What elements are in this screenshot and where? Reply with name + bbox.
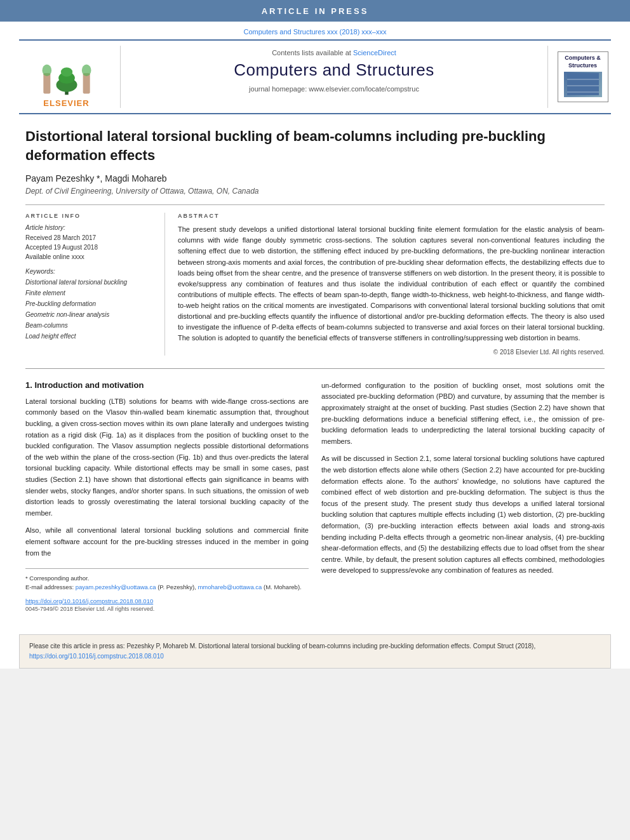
elsevier-logo-area: ELSEVIER	[19, 46, 121, 108]
right-logo-svg-icon	[567, 73, 599, 95]
paper-title: Distortional lateral torsional buckling …	[25, 127, 605, 164]
body-para-right-1: un-deformed configuration to the positio…	[321, 380, 605, 448]
authors-text: Payam Pezeshky *, Magdi Mohareb	[25, 173, 167, 183]
article-info-label: ARTICLE INFO	[25, 213, 155, 219]
svg-point-7	[81, 65, 91, 76]
article-info-col: ARTICLE INFO Article history: Received 2…	[25, 213, 165, 356]
abstract-label: ABSTRACT	[178, 213, 605, 219]
footnote-email1-link[interactable]: payam.pezeshky@uottawa.ca	[76, 583, 158, 590]
abstract-copyright: © 2018 Elsevier Ltd. All rights reserved…	[178, 349, 605, 356]
logo-image	[29, 46, 105, 97]
journal-title: Computers and Structures	[127, 60, 541, 80]
affiliation: Dept. of Civil Engineering, University o…	[25, 187, 605, 196]
citation-text: Please cite this article in press as: Pe…	[29, 641, 601, 662]
article-history: Article history: Received 28 March 2017 …	[25, 224, 155, 262]
elsevier-wordmark: ELSEVIER	[29, 98, 105, 108]
svg-rect-5	[83, 73, 90, 93]
svg-rect-4	[43, 73, 50, 93]
footnote-email2-link[interactable]: mmohareb@uottawa.ca	[198, 583, 264, 590]
journal-ref-line: Computers and Structures xxx (2018) xxx–…	[0, 22, 630, 39]
keyword-2: Finite element	[25, 288, 155, 298]
body-content: 1. Introduction and motivation Lateral t…	[25, 380, 605, 612]
body-divider	[25, 368, 605, 369]
contents-available: Contents lists available at ScienceDirec…	[127, 49, 541, 57]
body-col-right: un-deformed configuration to the positio…	[321, 380, 605, 612]
citation-bar: Please cite this article in press as: Pe…	[19, 634, 611, 669]
banner-text: ARTICLE IN PRESS	[262, 6, 369, 16]
article-info-abstract-section: ARTICLE INFO Article history: Received 2…	[25, 204, 605, 356]
journal-header: ELSEVIER Contents lists available at Sci…	[19, 39, 611, 114]
doi-link[interactable]: https://doi.org/10.1016/j.compstruc.2018…	[25, 597, 153, 604]
citation-doi-link[interactable]: https://doi.org/10.1016/j.compstruc.2018…	[29, 653, 164, 660]
sciencedirect-link[interactable]: ScienceDirect	[353, 49, 396, 57]
article-in-press-banner: ARTICLE IN PRESS	[0, 0, 630, 22]
body-para-right-2: As will be discussed in Section 2.1, som…	[321, 453, 605, 577]
keywords-label: Keywords:	[25, 268, 155, 275]
keywords-list: Distortional lateral torsional buckling …	[25, 277, 155, 342]
keyword-6: Load height effect	[25, 331, 155, 342]
keyword-1: Distortional lateral torsional buckling	[25, 277, 155, 288]
section1-heading: 1. Introduction and motivation	[25, 380, 309, 390]
body-para-1: Lateral torsional buckling (LTB) solutio…	[25, 396, 309, 519]
journal-center: Contents lists available at ScienceDirec…	[121, 46, 547, 108]
history-label: Article history:	[25, 224, 155, 231]
body-col-left: 1. Introduction and motivation Lateral t…	[25, 380, 309, 612]
svg-point-6	[42, 65, 51, 76]
keyword-5: Beam-columns	[25, 320, 155, 331]
footnote-email: E-mail addresses: payam.pezeshky@uottawa…	[25, 583, 309, 592]
keyword-4: Geometric non-linear analysis	[25, 309, 155, 320]
received-date: Received 28 March 2017	[25, 233, 155, 243]
keyword-3: Pre-buckling deformation	[25, 298, 155, 309]
abstract-col: ABSTRACT The present study develops a un…	[178, 213, 605, 356]
journal-homepage: journal homepage: www.elsevier.com/locat…	[127, 85, 541, 93]
right-logo-title: Computers & Structures	[561, 55, 605, 69]
elsevier-tree-icon	[38, 62, 95, 97]
body-para-2: Also, while all conventional lateral tor…	[25, 525, 309, 559]
doi-line: https://doi.org/10.1016/j.compstruc.2018…	[25, 597, 309, 604]
journal-logo-right: Computers & Structures	[547, 46, 611, 108]
journal-ref-link[interactable]: Computers and Structures xxx (2018) xxx–…	[244, 28, 387, 36]
right-logo-box: Computers & Structures	[558, 51, 608, 102]
main-content: Distortional lateral torsional buckling …	[0, 114, 630, 625]
keywords-section: Keywords: Distortional lateral torsional…	[25, 268, 155, 342]
copyright-line: 0045-7949/© 2018 Elsevier Ltd. All right…	[25, 606, 309, 612]
right-logo-visual	[564, 72, 602, 97]
elsevier-logo: ELSEVIER	[29, 46, 105, 108]
abstract-text: The present study develops a unified dis…	[178, 224, 605, 343]
svg-point-3	[60, 67, 72, 77]
page-wrapper: ARTICLE IN PRESS Computers and Structure…	[0, 0, 630, 669]
journal-ref-text: Computers and Structures xxx (2018) xxx–…	[244, 28, 387, 36]
footnote-area: * Corresponding author. E-mail addresses…	[25, 568, 309, 592]
available-online: Available online xxxx	[25, 252, 155, 262]
authors: Payam Pezeshky *, Magdi Mohareb	[25, 173, 605, 183]
accepted-date: Accepted 19 August 2018	[25, 243, 155, 252]
footnote-corresponding: * Corresponding author.	[25, 574, 309, 583]
